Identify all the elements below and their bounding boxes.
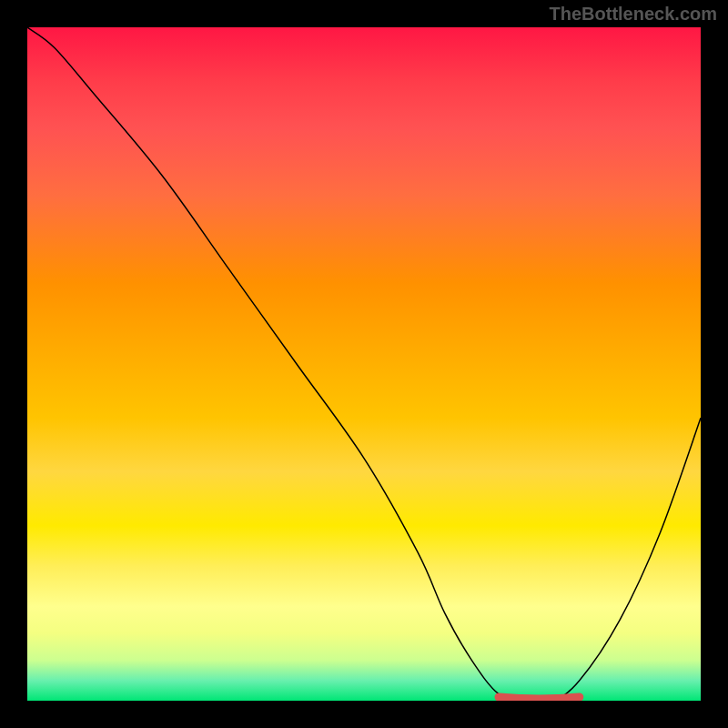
- watermark-text: TheBottleneck.com: [550, 4, 717, 25]
- chart-gradient-background: [27, 27, 701, 701]
